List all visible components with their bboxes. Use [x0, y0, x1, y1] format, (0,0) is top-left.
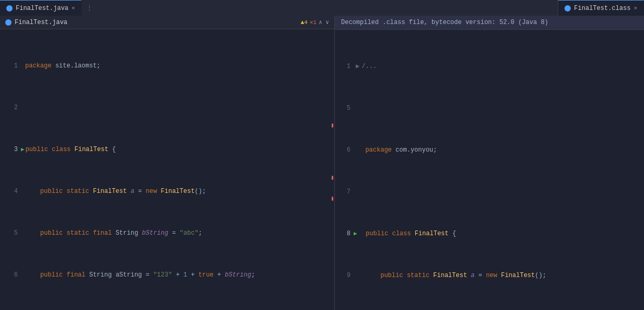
table-row: 3 ▶ public class FinalTest { [5, 144, 334, 155]
left-pane: FinalTest.java ▲4 ✕1 ∧ ∨ 1 package site.… [0, 16, 335, 310]
table-row: 8 ▶ public class FinalTest { [338, 228, 644, 239]
tab-right-label: FinalTest.class [574, 5, 630, 12]
right-pane: Decompiled .class file, bytecode version… [335, 16, 644, 310]
java-file-icon [6, 5, 13, 12]
table-row: 7 [338, 187, 644, 197]
error-scrollbar-2 [332, 176, 333, 180]
tab-right[interactable]: FinalTest.class × [558, 0, 644, 16]
right-code-content: 1 ▶ /... 5 6 package com.yonyou; 7 [335, 30, 644, 310]
run-arrow-3[interactable]: ▶ [21, 144, 25, 155]
right-run-arrow-8[interactable]: ▶ [354, 228, 357, 239]
decompiled-info-bar: Decompiled .class file, bytecode version… [335, 16, 644, 30]
left-header-title: FinalTest.java [15, 19, 67, 26]
right-code-area[interactable]: 1 ▶ /... 5 6 package com.yonyou; 7 [335, 30, 644, 310]
error-scrollbar-1 [332, 123, 333, 128]
table-row: 1 package site.laomst; [5, 61, 334, 71]
chevrons[interactable]: ∧ ∨ [319, 19, 329, 26]
left-header-badges: ▲4 ✕1 ∧ ∨ [301, 19, 329, 26]
warning-badge: ▲4 [301, 19, 308, 26]
more-button[interactable]: ⋮ [82, 0, 97, 16]
table-row: 6 package com.yonyou; [338, 145, 644, 155]
editor-area: FinalTest.java ▲4 ✕1 ∧ ∨ 1 package site.… [0, 16, 644, 310]
table-row: 4 public static FinalTest a = new FinalT… [5, 186, 334, 197]
table-row: 6 public final String aString = "123" + … [5, 270, 334, 280]
left-header-icon [5, 19, 12, 26]
tab-left-close[interactable]: × [72, 5, 75, 12]
error-badge: ✕1 [310, 19, 317, 26]
table-row: 2 [5, 102, 334, 113]
left-code-area[interactable]: 1 package site.laomst; 2 3 ▶ public clas… [0, 29, 334, 310]
table-row: 5 public static final String bString = "… [5, 228, 334, 238]
left-code-content: 1 package site.laomst; 2 3 ▶ public clas… [0, 29, 334, 310]
table-row: 9 public static FinalTest a = new FinalT… [338, 270, 644, 281]
table-row: 5 [338, 103, 644, 113]
class-file-icon [564, 5, 571, 12]
left-pane-header: FinalTest.java ▲4 ✕1 ∧ ∨ [0, 16, 334, 29]
tab-bar: FinalTest.java × ⋮ FinalTest.class × [0, 0, 644, 16]
decompiled-info-text: Decompiled .class file, bytecode version… [341, 19, 548, 26]
tab-left[interactable]: FinalTest.java × [0, 0, 82, 16]
tab-right-close[interactable]: × [634, 5, 637, 12]
table-row: 1 ▶ /... [338, 61, 644, 72]
error-scrollbar-3 [332, 197, 333, 201]
tab-left-label: FinalTest.java [16, 5, 69, 12]
